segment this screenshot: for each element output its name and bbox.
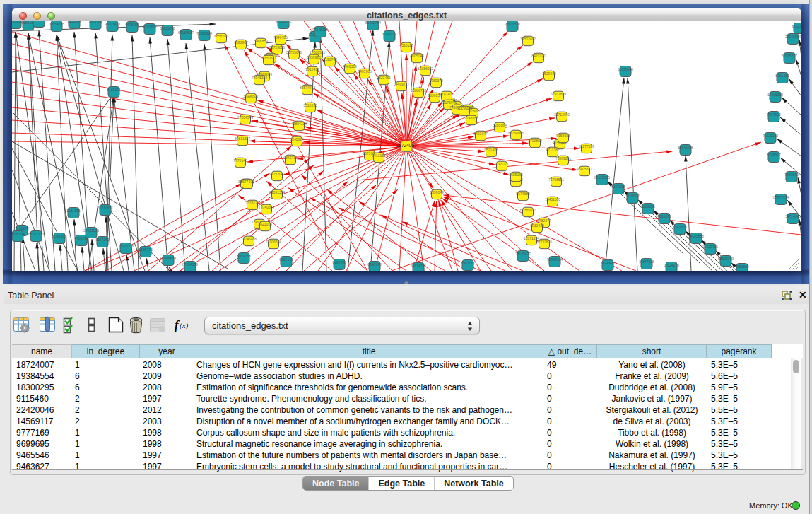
svg-text:80112805: 80112805 [594, 175, 610, 180]
svg-text:36995777: 36995777 [782, 54, 797, 58]
svg-text:6204505: 6204505 [611, 185, 625, 189]
svg-text:85574443: 85574443 [300, 86, 315, 90]
svg-text:6475255: 6475255 [125, 23, 139, 27]
svg-text:8721489: 8721489 [775, 74, 789, 78]
svg-text:00524278: 00524278 [664, 263, 679, 267]
svg-text:97848018: 97848018 [312, 28, 328, 32]
svg-text:53755646: 53755646 [286, 50, 302, 54]
svg-text:49894134: 49894134 [291, 122, 307, 126]
svg-text:31713900: 31713900 [554, 112, 570, 117]
svg-text:28809570: 28809570 [505, 22, 520, 26]
svg-text:25135427: 25135427 [515, 252, 531, 256]
svg-text:7917693: 7917693 [767, 112, 781, 117]
svg-text:62729806: 62729806 [269, 45, 285, 49]
svg-text:27354549: 27354549 [237, 115, 253, 119]
svg-text:3529042: 3529042 [542, 71, 556, 76]
svg-text:4005045: 4005045 [410, 54, 424, 58]
svg-text:9413186: 9413186 [372, 153, 386, 158]
svg-text:67737826: 67737826 [536, 240, 552, 244]
svg-text:01429401: 01429401 [702, 245, 718, 249]
svg-text:76945314: 76945314 [252, 76, 267, 80]
svg-text:1031051: 1031051 [66, 209, 81, 213]
svg-text:4711382: 4711382 [546, 148, 559, 152]
svg-text:17080531: 17080531 [310, 50, 325, 54]
svg-text:18724007: 18724007 [396, 143, 417, 148]
svg-text:94406409: 94406409 [457, 107, 472, 111]
svg-text:87277434: 87277434 [773, 195, 789, 199]
svg-text:3709859: 3709859 [528, 139, 542, 143]
svg-text:8708317: 8708317 [767, 153, 781, 157]
svg-text:5240824: 5240824 [290, 137, 304, 141]
svg-text:54145868: 54145868 [688, 234, 704, 238]
svg-text:5430391: 5430391 [107, 88, 121, 92]
svg-text:51462704: 51462704 [365, 21, 381, 25]
svg-text:64835030: 64835030 [160, 26, 175, 30]
svg-text:71746488: 71746488 [241, 237, 257, 241]
svg-text:77752047: 77752047 [269, 172, 285, 176]
svg-text:71906594: 71906594 [266, 240, 281, 244]
svg-text:5009788: 5009788 [237, 254, 251, 258]
svg-text:0932480: 0932480 [530, 223, 544, 228]
svg-text:1615594: 1615594 [67, 21, 81, 23]
svg-text:62386922: 62386922 [418, 66, 433, 71]
svg-text:32931839: 32931839 [551, 92, 566, 96]
svg-text:67010651: 67010651 [98, 206, 113, 210]
svg-text:4192832: 4192832 [143, 25, 157, 29]
svg-text:61595148: 61595148 [618, 67, 633, 71]
svg-text:71756551: 71756551 [548, 177, 564, 182]
svg-text:55886753: 55886753 [411, 88, 426, 93]
svg-text:3685160: 3685160 [509, 173, 523, 177]
svg-text:81754965: 81754965 [508, 131, 524, 135]
svg-text:80831367: 80831367 [235, 136, 250, 141]
svg-text:3285884: 3285884 [493, 123, 507, 127]
svg-text:65787133: 65787133 [28, 232, 44, 236]
svg-text:81223623: 81223623 [792, 24, 801, 28]
svg-text:4966319: 4966319 [343, 64, 357, 69]
svg-text:75869261: 75869261 [555, 156, 571, 160]
svg-text:1326773: 1326773 [139, 247, 153, 252]
svg-text:9521456: 9521456 [484, 148, 498, 152]
svg-text:60385977: 60385977 [520, 208, 536, 212]
svg-text:8421020: 8421020 [531, 54, 546, 58]
svg-text:93103413: 93103413 [105, 22, 120, 26]
svg-text:34624751: 34624751 [411, 264, 426, 268]
svg-text:65648236: 65648236 [678, 146, 693, 150]
svg-text:7193745: 7193745 [323, 57, 337, 62]
svg-text:5158506: 5158506 [556, 134, 570, 138]
svg-text:3482477: 3482477 [537, 218, 551, 223]
svg-text:1491905: 1491905 [358, 69, 372, 74]
svg-text:55698169: 55698169 [718, 257, 734, 261]
svg-text:7889579: 7889579 [784, 173, 799, 177]
svg-text:6658760: 6658760 [214, 34, 228, 38]
svg-text:3158692: 3158692 [625, 194, 640, 198]
svg-text:9743953: 9743953 [464, 116, 478, 120]
svg-text:0842710: 0842710 [283, 156, 298, 160]
svg-text:5674680: 5674680 [516, 192, 530, 196]
svg-text:7346706: 7346706 [273, 35, 288, 40]
svg-text:79740344: 79740344 [259, 205, 274, 209]
svg-text:37631165: 37631165 [83, 228, 99, 233]
svg-text:4745171: 4745171 [495, 162, 509, 166]
svg-text:82175946: 82175946 [441, 100, 457, 105]
svg-text:1969379: 1969379 [429, 78, 443, 83]
svg-text:96532871: 96532871 [276, 21, 291, 23]
svg-text:3518233: 3518233 [303, 103, 317, 107]
svg-text:76320163: 76320163 [763, 134, 778, 138]
svg-text:2421024: 2421024 [258, 222, 272, 226]
svg-text:81177589: 81177589 [579, 144, 594, 148]
svg-text:7543303: 7543303 [673, 225, 687, 229]
svg-text:6998543: 6998543 [367, 262, 382, 267]
svg-text:4316117: 4316117 [399, 43, 413, 47]
svg-text:34714345: 34714345 [785, 214, 801, 218]
svg-text:8148932: 8148932 [382, 32, 396, 36]
svg-text:1399049: 1399049 [430, 190, 444, 194]
svg-text:6690967: 6690967 [234, 40, 248, 45]
svg-text:(x): (x) [180, 321, 189, 330]
svg-text:04499727: 04499727 [394, 82, 409, 86]
svg-text:73178108: 73178108 [118, 244, 134, 248]
svg-text:3747407: 3747407 [440, 92, 454, 96]
svg-text:4060883: 4060883 [735, 264, 749, 269]
svg-text:4896383: 4896383 [12, 232, 25, 236]
svg-text:5466889: 5466889 [254, 39, 268, 43]
svg-text:5098393: 5098393 [52, 234, 66, 238]
